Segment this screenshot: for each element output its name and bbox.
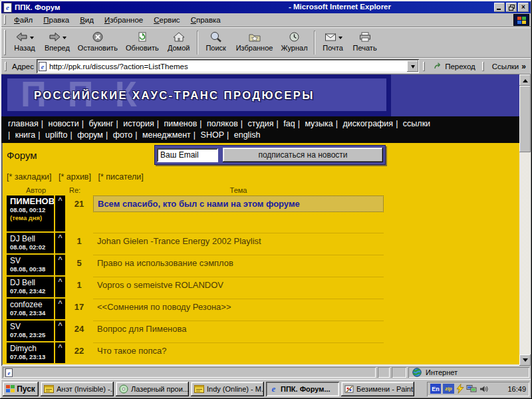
- taskbar-task-icq[interactable]: Анэт (Invisible) -...: [41, 382, 114, 396]
- nav-link[interactable]: english: [234, 130, 261, 140]
- bookmarks-link[interactable]: [* закладки]: [7, 172, 52, 182]
- toolbar-grip[interactable]: [4, 30, 6, 55]
- nav-link[interactable]: история: [123, 119, 154, 128]
- nav-link[interactable]: менеджмент: [142, 130, 191, 140]
- home-icon: [172, 31, 186, 43]
- taskbar-task-browser[interactable]: e ППК. Форум...: [266, 382, 339, 396]
- favorites-button[interactable]: Избранное: [232, 29, 277, 57]
- go-grip[interactable]: [423, 62, 425, 71]
- menu-help[interactable]: Справка: [186, 15, 226, 25]
- collapse-arrow[interactable]: ^: [55, 321, 65, 341]
- subscribe-button[interactable]: подписаться на новости: [223, 148, 383, 162]
- browser-viewport: ППК РОССИЙСКИЕ ХАУС-ТРАНС ПРОДЮСЕРЫ глав…: [1, 74, 531, 366]
- writers-link[interactable]: [* писатели]: [98, 172, 143, 182]
- collapse-arrow[interactable]: ^: [55, 233, 65, 253]
- scroll-down-button[interactable]: [519, 354, 531, 366]
- reply-count: 24: [65, 321, 93, 341]
- forward-dropdown-icon[interactable]: [63, 37, 66, 41]
- search-button[interactable]: Поиск: [200, 29, 232, 57]
- vertical-scrollbar[interactable]: [519, 74, 531, 366]
- topic-link[interactable]: Вопрос для Пименова: [97, 324, 187, 334]
- address-grip[interactable]: [5, 62, 7, 71]
- topic-link[interactable]: <<Сомнения по поводу Резона>>: [97, 302, 231, 312]
- collapse-arrow[interactable]: ^: [55, 299, 65, 319]
- taskbar-task-paint[interactable]: Безимени - Paint: [341, 382, 414, 396]
- archive-link[interactable]: [* архив]: [59, 172, 91, 182]
- address-field[interactable]: e http://ppk.ru/discuss/?action=ListThem…: [37, 59, 419, 73]
- nav-link[interactable]: новости: [49, 119, 79, 128]
- taskbar-task-indy[interactable]: Indy (Online) - M...: [191, 382, 264, 396]
- nav-link[interactable]: букинг: [89, 119, 114, 128]
- mail-button[interactable]: Почта: [317, 29, 349, 57]
- history-button[interactable]: Журнал: [277, 29, 311, 57]
- volume-tray-icon[interactable]: [479, 384, 488, 394]
- nav-link[interactable]: SHOP: [201, 130, 224, 140]
- status-bar: e Интернет: [1, 366, 531, 379]
- menu-tools[interactable]: Сервис: [148, 15, 185, 25]
- chevron-right-icon[interactable]: »: [521, 62, 526, 71]
- restore-button[interactable]: [506, 3, 517, 12]
- scrollbar-thumb[interactable]: [519, 86, 531, 152]
- topic-link[interactable]: Johan Gielen -Trance Energy 2002 Playlis…: [97, 236, 261, 246]
- nav-link[interactable]: uplifto: [45, 130, 67, 140]
- nav-link[interactable]: дискография: [343, 119, 394, 128]
- nav-link[interactable]: студия: [248, 119, 274, 128]
- ie-logo-icon: e: [269, 384, 278, 393]
- url-text[interactable]: http://ppk.ru/discuss/?action=ListThemes: [49, 63, 404, 70]
- close-button[interactable]: ×: [518, 3, 529, 12]
- print-button[interactable]: Печать: [349, 29, 381, 57]
- collapse-arrow[interactable]: ^: [55, 255, 65, 275]
- forward-button[interactable]: Вперед: [41, 29, 74, 57]
- status-zone-label: Интернет: [426, 368, 458, 376]
- network-tray-icon[interactable]: [466, 384, 477, 393]
- back-arrow-icon: [15, 31, 29, 43]
- menu-favorites[interactable]: Избранное: [99, 15, 148, 25]
- nav-link[interactable]: поляков: [207, 119, 238, 128]
- scrollbar-track[interactable]: [519, 152, 531, 354]
- winzip-tray-icon[interactable]: zip: [443, 384, 454, 394]
- topic-link[interactable]: Право на использование сэмплов: [97, 258, 233, 268]
- back-dropdown-icon[interactable]: [30, 37, 34, 41]
- collapse-arrow[interactable]: ^: [55, 342, 65, 363]
- email-field[interactable]: [157, 148, 218, 162]
- minimize-button[interactable]: [494, 3, 505, 12]
- nav-link[interactable]: faq: [283, 119, 295, 128]
- home-button[interactable]: Домой: [163, 29, 195, 57]
- topic-link[interactable]: Что такое попса?: [97, 346, 167, 356]
- nav-link[interactable]: книга: [15, 130, 36, 140]
- language-indicator[interactable]: En: [430, 384, 441, 394]
- ie-page-icon: e: [3, 3, 12, 13]
- mail-dropdown-icon[interactable]: [338, 37, 342, 41]
- nav-link[interactable]: фото: [113, 130, 133, 140]
- nav-link[interactable]: пименов: [164, 119, 198, 128]
- table-row: confozee 07.08, 23:34 ^ 17 <<Сомнения по…: [7, 299, 384, 319]
- stop-button[interactable]: Остановить: [74, 29, 122, 57]
- topic-link[interactable]: Vopros o semeistve ROLANDOV: [97, 280, 223, 290]
- nav-link[interactable]: форум: [77, 130, 103, 140]
- lightning-tray-icon[interactable]: [456, 384, 464, 394]
- paint-icon: [344, 384, 354, 393]
- menu-edit[interactable]: Правка: [38, 15, 74, 25]
- subscribe-panel: подписаться на новости: [154, 145, 386, 165]
- menu-grip[interactable]: [4, 15, 6, 25]
- refresh-button[interactable]: Обновить: [122, 29, 163, 57]
- links-button[interactable]: Ссылки »: [489, 62, 529, 71]
- status-pane-small: [392, 367, 406, 378]
- taskbar-task-laser[interactable]: Лазерный прои...: [116, 382, 189, 396]
- menu-file[interactable]: Файл: [9, 15, 38, 25]
- scroll-up-button[interactable]: [519, 74, 531, 86]
- nav-link[interactable]: главная: [8, 119, 39, 128]
- links-grip[interactable]: [482, 62, 484, 71]
- nav-link[interactable]: музыка: [305, 119, 332, 128]
- collapse-arrow[interactable]: ^: [55, 196, 65, 231]
- topic-link[interactable]: Всем спасибо, кто был с нами на этом фор…: [93, 196, 384, 212]
- collapse-arrow[interactable]: ^: [55, 277, 65, 297]
- address-dropdown-button[interactable]: [407, 61, 418, 72]
- menu-view[interactable]: Вид: [74, 15, 99, 25]
- start-button[interactable]: Пуск: [3, 382, 39, 396]
- nav-link[interactable]: ссылки: [403, 119, 430, 128]
- go-button[interactable]: Переход: [430, 62, 478, 70]
- back-button[interactable]: Назад: [9, 29, 41, 57]
- status-zone-pane: Интернет: [408, 367, 529, 378]
- taskbar: Пуск Анэт (Invisible) -... Лазерный прои…: [1, 379, 531, 398]
